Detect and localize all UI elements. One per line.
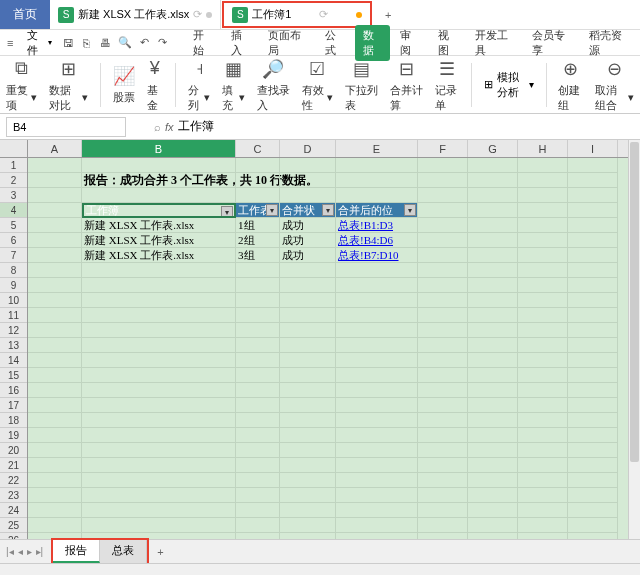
row-header-24[interactable]: 24	[0, 503, 27, 518]
cell[interactable]	[568, 158, 618, 173]
cell[interactable]	[82, 368, 236, 383]
preview-icon[interactable]: 🔍	[118, 36, 132, 50]
row-header-12[interactable]: 12	[0, 323, 27, 338]
cell[interactable]	[418, 383, 468, 398]
filter-dropdown-icon[interactable]: ▾	[404, 204, 416, 216]
cell[interactable]	[418, 173, 468, 188]
cell[interactable]	[568, 218, 618, 233]
cell[interactable]	[82, 188, 236, 203]
cell[interactable]	[280, 428, 336, 443]
cell[interactable]	[418, 233, 468, 248]
row-header-2[interactable]: 2	[0, 173, 27, 188]
cell[interactable]	[418, 308, 468, 323]
cell[interactable]	[280, 488, 336, 503]
row-header-3[interactable]: 3	[0, 188, 27, 203]
header-workbook[interactable]: 工作簿▾	[82, 203, 236, 218]
cell[interactable]	[518, 158, 568, 173]
sheet-tab-summary[interactable]: 总表	[100, 540, 147, 563]
lookup-button[interactable]: 🔎查找录入	[257, 57, 290, 113]
cell[interactable]	[82, 263, 236, 278]
cell[interactable]	[568, 278, 618, 293]
cell[interactable]	[418, 443, 468, 458]
filter-dropdown-icon[interactable]: ▾	[266, 204, 278, 216]
cell[interactable]	[280, 518, 336, 533]
row-header-18[interactable]: 18	[0, 413, 27, 428]
filter-dropdown-icon[interactable]: ▾	[221, 206, 233, 218]
header-location[interactable]: 合并后的位▾	[336, 203, 418, 218]
cell[interactable]	[468, 158, 518, 173]
search-icon[interactable]: ⌕	[154, 121, 161, 133]
cell[interactable]	[518, 473, 568, 488]
cell-status[interactable]: 成功	[280, 248, 336, 263]
cell[interactable]	[236, 398, 280, 413]
cell[interactable]	[568, 503, 618, 518]
row-header-22[interactable]: 22	[0, 473, 27, 488]
cell[interactable]	[28, 203, 82, 218]
cell[interactable]	[418, 458, 468, 473]
cell[interactable]	[82, 443, 236, 458]
cell[interactable]	[82, 293, 236, 308]
cell[interactable]	[236, 458, 280, 473]
cell[interactable]	[468, 188, 518, 203]
funds-button[interactable]: ¥基金	[147, 57, 164, 113]
cell[interactable]	[82, 413, 236, 428]
cell[interactable]	[280, 458, 336, 473]
cell[interactable]	[28, 248, 82, 263]
row-header-25[interactable]: 25	[0, 518, 27, 533]
cell-location-link[interactable]: 总表!B1:D3	[336, 218, 418, 233]
cell[interactable]	[280, 383, 336, 398]
duplicates-button[interactable]: ⧉重复项▾	[6, 57, 37, 113]
cell[interactable]	[568, 308, 618, 323]
cell[interactable]	[336, 368, 418, 383]
cell[interactable]	[280, 473, 336, 488]
nav-first-icon[interactable]: |◂	[6, 546, 14, 557]
cell[interactable]	[418, 503, 468, 518]
cell[interactable]	[28, 188, 82, 203]
nav-prev-icon[interactable]: ◂	[18, 546, 23, 557]
cell[interactable]	[568, 338, 618, 353]
cell[interactable]	[236, 353, 280, 368]
cell[interactable]	[236, 503, 280, 518]
cell[interactable]	[568, 188, 618, 203]
cell[interactable]	[568, 428, 618, 443]
cell[interactable]	[418, 188, 468, 203]
cell[interactable]	[518, 503, 568, 518]
row-header-8[interactable]: 8	[0, 263, 27, 278]
cell[interactable]	[418, 293, 468, 308]
cell[interactable]	[336, 398, 418, 413]
menu-icon[interactable]: ≡	[4, 36, 17, 50]
cell[interactable]	[28, 368, 82, 383]
cell[interactable]	[28, 308, 82, 323]
cell[interactable]	[468, 368, 518, 383]
cell[interactable]	[28, 173, 82, 188]
row-header-7[interactable]: 7	[0, 248, 27, 263]
cell[interactable]	[568, 263, 618, 278]
cell[interactable]	[82, 383, 236, 398]
cell[interactable]	[236, 173, 280, 188]
cell[interactable]	[28, 263, 82, 278]
scroll-thumb[interactable]	[630, 142, 639, 462]
cell[interactable]	[82, 488, 236, 503]
col-header-G[interactable]: G	[468, 140, 518, 157]
cell[interactable]	[468, 203, 518, 218]
cell[interactable]	[28, 323, 82, 338]
nav-last-icon[interactable]: ▸|	[36, 546, 44, 557]
cell[interactable]	[280, 398, 336, 413]
cell[interactable]	[518, 263, 568, 278]
cell[interactable]	[28, 218, 82, 233]
cell[interactable]	[236, 443, 280, 458]
cell[interactable]	[468, 443, 518, 458]
cell[interactable]	[82, 398, 236, 413]
cell[interactable]	[28, 353, 82, 368]
add-sheet-button[interactable]: +	[149, 543, 171, 561]
cell[interactable]	[518, 443, 568, 458]
cell[interactable]	[236, 293, 280, 308]
cell[interactable]	[336, 473, 418, 488]
cell[interactable]	[518, 188, 568, 203]
cell[interactable]	[418, 428, 468, 443]
cell-status[interactable]: 成功	[280, 233, 336, 248]
cell-workbook[interactable]: 新建 XLSX 工作表.xlsx	[82, 233, 236, 248]
cell[interactable]	[336, 518, 418, 533]
cell-worksheet[interactable]: 2组	[236, 233, 280, 248]
cell[interactable]	[280, 323, 336, 338]
